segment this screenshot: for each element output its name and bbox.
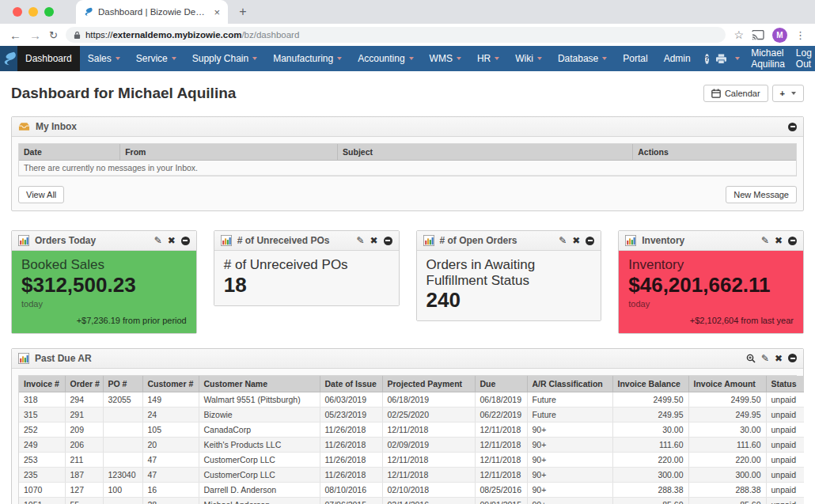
cast-icon[interactable] bbox=[752, 30, 764, 40]
minimize-window-button[interactable] bbox=[28, 7, 38, 17]
widget-value: $46,201,662.11 bbox=[628, 273, 794, 297]
table-cell: 253 bbox=[19, 452, 65, 467]
tab-close-icon[interactable]: × bbox=[212, 6, 222, 18]
widget-value: 18 bbox=[224, 273, 389, 297]
logout-link[interactable]: Log Out bbox=[796, 47, 812, 70]
browser-menu-icon[interactable]: ⋮ bbox=[795, 29, 806, 41]
chevron-down-icon bbox=[537, 57, 542, 60]
user-name-link[interactable]: Michael Aquilina bbox=[751, 47, 785, 70]
view-all-button[interactable]: View All bbox=[18, 186, 64, 203]
collapse-icon[interactable] bbox=[788, 123, 797, 131]
collapse-icon[interactable] bbox=[181, 237, 190, 245]
table-cell: unpaid bbox=[766, 422, 804, 437]
print-menu[interactable] bbox=[715, 54, 740, 64]
close-icon[interactable]: ✖ bbox=[370, 236, 377, 245]
table-cell: 235 bbox=[19, 467, 65, 482]
bar-chart-icon bbox=[625, 235, 636, 246]
nav-item-sales[interactable]: Sales bbox=[80, 46, 128, 71]
widget-inventory: Inventory ✎ ✖ Inventory $46,201,662.11 t… bbox=[618, 230, 804, 334]
new-tab-button[interactable]: + bbox=[233, 2, 253, 22]
widget-value: $312,500.23 bbox=[21, 273, 187, 297]
edit-icon[interactable]: ✎ bbox=[356, 236, 364, 245]
table-cell: Future bbox=[527, 407, 612, 422]
widget-title: Inventory bbox=[642, 235, 756, 246]
nav-item-manufacturing[interactable]: Manufacturing bbox=[265, 46, 350, 71]
address-bar[interactable]: https://externaldemo.mybizowie.com/bz/da… bbox=[66, 27, 726, 43]
table-cell: unpaid bbox=[766, 392, 804, 407]
close-icon[interactable]: ✖ bbox=[168, 236, 176, 245]
nav-item-dashboard[interactable]: Dashboard bbox=[17, 46, 80, 71]
table-cell: 90+ bbox=[527, 422, 612, 437]
collapse-icon[interactable] bbox=[384, 237, 392, 245]
chevron-down-icon bbox=[337, 57, 342, 60]
nav-item-hr[interactable]: HR bbox=[469, 46, 507, 71]
tab-title: Dashboard | Bizowie Demo Site bbox=[98, 7, 207, 17]
add-widget-button[interactable]: + bbox=[772, 85, 804, 102]
back-button[interactable]: ← bbox=[9, 28, 21, 42]
nav-item-admin[interactable]: Admin bbox=[656, 46, 699, 71]
nav-item-service[interactable]: Service bbox=[128, 46, 184, 71]
table-cell: 300.00 bbox=[688, 467, 766, 482]
column-header-po-: PO # bbox=[103, 376, 142, 392]
table-cell: 90+ bbox=[527, 452, 612, 467]
help-icon[interactable]: ? bbox=[705, 54, 710, 64]
table-cell: unpaid bbox=[766, 482, 804, 497]
nav-item-wms[interactable]: WMS bbox=[422, 46, 469, 71]
close-icon[interactable]: ✖ bbox=[775, 236, 783, 245]
table-cell: 249 bbox=[19, 437, 65, 452]
close-icon[interactable]: ✖ bbox=[572, 236, 580, 245]
browser-tab[interactable]: Dashboard | Bizowie Demo Site × bbox=[76, 0, 228, 24]
bookmark-star-icon[interactable]: ☆ bbox=[734, 28, 744, 41]
table-cell: 30.00 bbox=[612, 422, 688, 437]
table-cell: Bizowie bbox=[199, 407, 320, 422]
table-cell: 90+ bbox=[527, 437, 612, 452]
inbox-panel-title: My Inbox bbox=[36, 121, 783, 132]
widget-title: # of Open Orders bbox=[440, 235, 554, 246]
table-cell: 06/18/2019 bbox=[475, 392, 527, 407]
collapse-icon[interactable] bbox=[788, 354, 797, 362]
column-header-customer-: Customer # bbox=[142, 376, 199, 392]
column-header-status: Status bbox=[766, 376, 804, 392]
edit-icon[interactable]: ✎ bbox=[154, 236, 162, 245]
profile-avatar[interactable]: M bbox=[772, 28, 787, 43]
table-cell: 09/01/2015 bbox=[475, 497, 527, 504]
edit-icon[interactable]: ✎ bbox=[559, 236, 567, 245]
maximize-window-button[interactable] bbox=[44, 7, 54, 17]
table-row: 24920620Keith's Products LLC11/26/201802… bbox=[19, 437, 804, 452]
refresh-button[interactable]: ↻ bbox=[49, 29, 58, 41]
table-cell: Walmart 9551 (Pittsburgh) bbox=[199, 392, 320, 407]
nav-item-database[interactable]: Database bbox=[550, 46, 615, 71]
table-cell: 206 bbox=[65, 437, 103, 452]
past-due-panel-title: Past Due AR bbox=[35, 353, 741, 364]
table-cell: 220.00 bbox=[612, 452, 688, 467]
widget-delta: +$2,102,604 from last year bbox=[628, 316, 794, 325]
collapse-icon[interactable] bbox=[586, 237, 594, 245]
table-cell: 2499.50 bbox=[612, 392, 688, 407]
bizowie-logo[interactable] bbox=[0, 46, 17, 71]
nav-item-portal[interactable]: Portal bbox=[615, 46, 655, 71]
edit-icon[interactable]: ✎ bbox=[761, 354, 769, 363]
edit-icon[interactable]: ✎ bbox=[761, 236, 769, 245]
inbox-table: DateFromSubjectActions There are current… bbox=[19, 144, 796, 176]
calendar-button[interactable]: Calendar bbox=[703, 85, 768, 102]
nav-item-accounting[interactable]: Accounting bbox=[350, 46, 421, 71]
nav-item-wiki[interactable]: Wiki bbox=[507, 46, 550, 71]
table-cell: 249.95 bbox=[688, 407, 766, 422]
new-message-button[interactable]: New Message bbox=[726, 186, 797, 203]
table-cell: CanadaCorp bbox=[199, 422, 320, 437]
window-controls bbox=[13, 7, 54, 17]
close-window-button[interactable] bbox=[13, 7, 22, 17]
table-cell: 12/11/2018 bbox=[382, 452, 475, 467]
collapse-icon[interactable] bbox=[788, 237, 797, 245]
table-cell: 02/25/2020 bbox=[382, 407, 475, 422]
forward-button[interactable]: → bbox=[29, 28, 41, 42]
zoom-icon[interactable] bbox=[746, 354, 756, 363]
chevron-down-icon bbox=[172, 57, 176, 60]
table-cell: unpaid bbox=[766, 467, 804, 482]
column-header-from: From bbox=[120, 144, 338, 161]
nav-item-supply-chain[interactable]: Supply Chain bbox=[184, 46, 265, 71]
table-row: 10515528Michael Anderson07/06/201502/14/… bbox=[19, 497, 804, 504]
chevron-down-icon bbox=[252, 57, 257, 60]
close-icon[interactable]: ✖ bbox=[775, 354, 783, 363]
widget-period: today bbox=[628, 299, 794, 309]
